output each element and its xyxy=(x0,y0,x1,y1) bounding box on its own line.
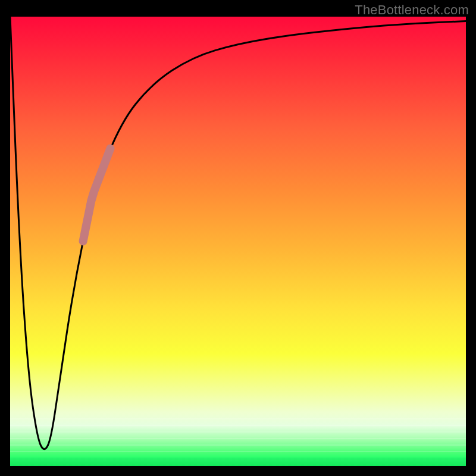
plot-area xyxy=(10,17,466,466)
bottleneck-highlight-segment xyxy=(83,148,111,241)
bottleneck-curve-path xyxy=(10,17,466,449)
watermark-text: TheBottleneck.com xyxy=(355,2,469,18)
bottleneck-curve-svg xyxy=(10,17,466,466)
chart-frame: TheBottleneck.com xyxy=(0,0,476,476)
